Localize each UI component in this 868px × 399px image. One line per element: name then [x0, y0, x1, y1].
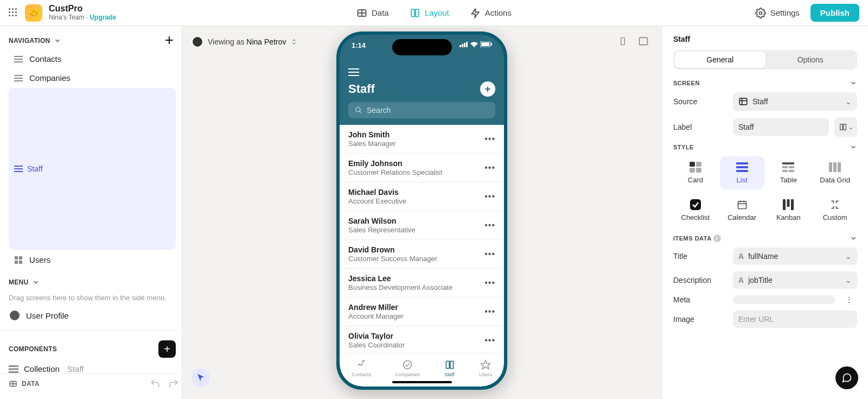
tab-general[interactable]: General — [675, 52, 765, 68]
info-icon[interactable]: i — [713, 235, 721, 242]
drag-handle-icon[interactable] — [9, 8, 18, 18]
style-checklist[interactable]: Checklist — [673, 194, 718, 227]
home-indicator — [392, 381, 452, 383]
component-collection[interactable]: Collection Staff — [9, 364, 176, 373]
more-icon[interactable]: ••• — [484, 163, 495, 173]
redo-button[interactable] — [168, 378, 179, 389]
style-table[interactable]: Table — [767, 156, 811, 189]
list-item[interactable]: David BrownCustomer Success Manager••• — [340, 240, 504, 269]
title-select[interactable]: AfullName⌄ — [733, 248, 857, 265]
style-data-grid[interactable]: Data Grid — [813, 156, 857, 189]
list-item[interactable]: Michael DavisAccount Executive••• — [340, 182, 504, 211]
more-icon[interactable]: ••• — [484, 278, 495, 288]
phone-add-button[interactable]: + — [480, 81, 495, 97]
style-card[interactable]: Card — [673, 156, 718, 189]
source-select[interactable]: Staff⌄ — [733, 92, 857, 111]
style-calendar[interactable]: Calendar — [720, 194, 764, 227]
add-component-button[interactable]: + — [158, 340, 176, 358]
more-icon[interactable]: ••• — [484, 134, 495, 144]
inspector-tabs: General Options — [673, 50, 857, 69]
svg-rect-58 — [782, 170, 788, 172]
style-list[interactable]: List — [720, 156, 764, 189]
meta-select[interactable] — [733, 295, 835, 304]
phone-search-input[interactable]: Search — [348, 102, 495, 118]
style-custom[interactable]: Custom — [813, 194, 857, 227]
inspector-panel: Staff General Options SCREEN Source Staf… — [662, 26, 868, 399]
settings-button[interactable]: Settings — [755, 8, 800, 18]
help-chat-button[interactable] — [835, 366, 858, 389]
phone-tab-companies[interactable]: Companies — [395, 359, 420, 377]
label-label: Label — [673, 123, 727, 131]
svg-rect-48 — [690, 162, 695, 167]
svg-rect-53 — [736, 166, 748, 168]
svg-rect-52 — [736, 162, 748, 164]
more-icon[interactable]: ••• — [484, 220, 495, 230]
publish-button[interactable]: Publish — [810, 4, 859, 22]
more-icon[interactable]: ••• — [484, 192, 495, 201]
svg-rect-40 — [446, 361, 449, 368]
data-drawer-button[interactable]: DATA — [9, 379, 40, 388]
list-icon — [14, 164, 23, 173]
list-item[interactable]: Andrew MillerAccount Manager••• — [340, 297, 504, 326]
list-item[interactable]: Emily JohnsonCustomer Relations Speciali… — [340, 154, 504, 182]
phone-list[interactable]: John SmithSales Manager•••Emily JohnsonC… — [340, 125, 504, 353]
viewing-as[interactable]: Viewing as Nina Petrov — [192, 36, 297, 48]
hamburger-icon[interactable] — [348, 68, 359, 76]
svg-rect-32 — [481, 42, 489, 46]
image-url-input[interactable]: Enter URL — [733, 311, 857, 328]
menu-header[interactable]: MENU — [9, 278, 176, 286]
svg-rect-50 — [690, 168, 695, 173]
tab-data[interactable]: Data — [354, 4, 391, 22]
svg-rect-20 — [9, 368, 18, 370]
svg-rect-59 — [789, 170, 794, 172]
user-profile-item[interactable]: User Profile — [9, 307, 176, 324]
undo-button[interactable] — [150, 378, 161, 389]
svg-rect-25 — [621, 37, 625, 45]
style-kanban[interactable]: Kanban — [767, 194, 811, 227]
chevron-down-icon — [32, 278, 40, 286]
nav-companies[interactable]: Companies — [9, 69, 176, 87]
svg-rect-18 — [19, 261, 22, 264]
components-header: COMPONENTS — [9, 345, 57, 353]
svg-rect-9 — [14, 75, 23, 76]
navigation-header[interactable]: NAVIGATION — [9, 37, 176, 45]
device-tablet-button[interactable] — [636, 34, 651, 49]
more-icon[interactable]: ••• — [484, 249, 495, 259]
dynamic-island — [392, 39, 452, 55]
phone-tab-users[interactable]: Users — [479, 359, 492, 377]
more-icon[interactable]: ••• — [484, 307, 495, 316]
list-item[interactable]: Sarah WilsonSales Representative••• — [340, 211, 504, 240]
group-style[interactable]: STYLE — [673, 143, 857, 151]
svg-rect-62 — [838, 162, 841, 172]
phone-tab-staff[interactable]: Staff — [444, 359, 455, 377]
phone-tab-contacts[interactable]: Contacts — [352, 359, 371, 377]
svg-rect-14 — [14, 171, 23, 172]
nav-staff[interactable]: Staff — [9, 88, 176, 250]
svg-rect-3 — [411, 9, 414, 16]
tab-options[interactable]: Options — [765, 52, 856, 68]
group-screen[interactable]: SCREEN — [673, 79, 857, 87]
list-item[interactable]: Jessica LeeBusiness Development Associat… — [340, 269, 504, 297]
cursor-tool[interactable] — [192, 369, 210, 387]
svg-rect-28 — [462, 44, 463, 47]
svg-rect-49 — [696, 162, 701, 167]
label-input[interactable]: Staff — [733, 118, 829, 136]
tab-actions[interactable]: Actions — [468, 4, 514, 22]
description-select[interactable]: AjobTitle⌄ — [733, 271, 857, 289]
nav-contacts[interactable]: Contacts — [9, 50, 176, 68]
list-item[interactable]: John SmithSales Manager••• — [340, 125, 504, 154]
device-phone-button[interactable] — [615, 34, 630, 49]
grid-icon — [14, 256, 23, 264]
list-item[interactable]: Olivia TaylorSales Coordinator••• — [340, 326, 504, 353]
app-subtitle: Nina's Team · Upgrade — [49, 14, 116, 22]
add-screen-button[interactable]: + — [165, 31, 174, 49]
upgrade-link[interactable]: Upgrade — [90, 14, 116, 21]
group-items-data[interactable]: ITEMS DATA i — [673, 235, 857, 242]
more-icon[interactable]: ••• — [484, 335, 495, 345]
nav-users[interactable]: Users — [9, 251, 176, 269]
svg-rect-29 — [464, 43, 465, 47]
meta-more-button[interactable]: ⋮ — [841, 295, 857, 304]
svg-rect-27 — [459, 45, 461, 47]
tab-layout[interactable]: Layout — [407, 4, 451, 22]
icon-picker-button[interactable]: ⌄ — [834, 117, 857, 137]
